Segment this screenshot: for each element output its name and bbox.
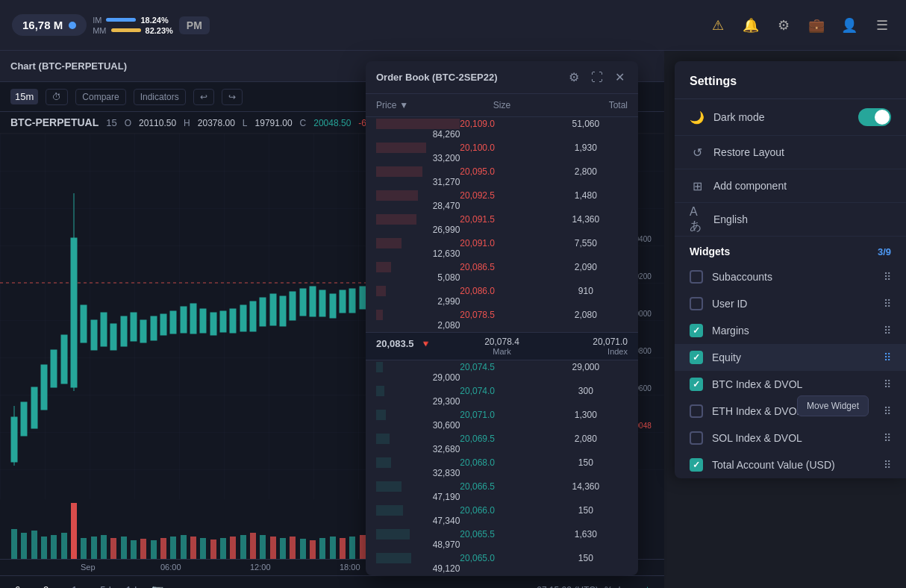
svg-rect-89 xyxy=(131,540,137,559)
svg-rect-7 xyxy=(41,365,47,410)
svg-rect-30 xyxy=(260,298,266,326)
widget-checkbox[interactable] xyxy=(690,378,703,391)
redo-btn[interactable]: ↪ xyxy=(222,89,243,105)
svg-rect-84 xyxy=(81,538,87,559)
ask-row: 20,109.0 51,060 84,260 xyxy=(366,117,638,141)
widget-row-subaccounts[interactable]: Subaccounts ⠿ xyxy=(675,263,906,290)
drag-icon: ⠿ xyxy=(884,432,891,444)
orderbook-panel: Order Book (BTC-2SEP22) ⚙ ⛶ ✕ Price ▼ Si… xyxy=(366,61,638,575)
svg-rect-37 xyxy=(330,294,336,318)
widget-row-total-account-value-(usd)[interactable]: Total Account Value (USD) ⠿ xyxy=(675,451,906,478)
dark-mode-row[interactable]: 🌙 Dark mode xyxy=(675,99,906,136)
restore-layout-row[interactable]: ↺ Restore Layout xyxy=(675,136,906,169)
svg-rect-79 xyxy=(31,531,37,559)
spread-mark-label: Mark xyxy=(460,347,543,356)
settings-icon[interactable]: ⚙ xyxy=(772,13,796,37)
svg-text:12:00: 12:00 xyxy=(250,563,271,572)
drag-icon[interactable]: ⠿ xyxy=(884,351,891,363)
dark-mode-toggle[interactable] xyxy=(858,108,891,126)
widget-checkbox[interactable] xyxy=(690,270,703,284)
widget-checkbox[interactable] xyxy=(690,404,703,418)
timeframe-1d-btn[interactable]: 1d xyxy=(122,582,141,588)
widget-checkbox[interactable] xyxy=(690,351,703,364)
timeframe-5d-btn[interactable]: 5d xyxy=(96,582,115,588)
widget-label: Margins xyxy=(712,325,875,337)
auto-btn[interactable]: auto xyxy=(637,585,654,589)
svg-rect-14 xyxy=(101,313,107,346)
bid-row: 20,065.0 150 49,120 xyxy=(366,551,638,575)
compare-btn[interactable]: Compare xyxy=(75,89,125,105)
ob-close-btn[interactable]: ✕ xyxy=(612,67,628,87)
widget-row-eth-index-&-dvol[interactable]: ETH Index & DVOL ⠿ xyxy=(675,398,906,425)
widget-row-btc-index-&-dvol[interactable]: BTC Index & DVOL ⠿ xyxy=(675,371,906,398)
timeframe-6m-btn[interactable]: 6m xyxy=(10,582,33,588)
svg-rect-100 xyxy=(240,535,246,559)
warning-icon[interactable]: ⚠ xyxy=(706,13,730,37)
interval-btn[interactable]: ⏱ xyxy=(46,89,68,105)
margin-info: IM 18.24% MM 82.23% xyxy=(93,16,173,35)
language-icon: Aあ xyxy=(690,212,705,227)
bid-row: 20,066.5 14,360 47,190 xyxy=(366,480,638,504)
timeframe-1m-btn[interactable]: 1m xyxy=(67,582,90,588)
widget-checkbox[interactable] xyxy=(690,324,703,337)
timeframe-3m-btn[interactable]: 3m xyxy=(39,582,61,588)
widget-row-user-id[interactable]: User ID ⠿ xyxy=(675,290,906,317)
widget-row-sol-index-&-dvol[interactable]: SOL Index & DVOL ⠿ xyxy=(675,425,906,451)
high-val: 20378.00 xyxy=(198,118,235,128)
svg-rect-17 xyxy=(131,313,137,341)
ask-rows: 20,109.0 51,060 84,260 20,100.0 1,930 33… xyxy=(366,117,638,332)
ob-title: Order Book (BTC-2SEP22) xyxy=(376,72,560,83)
widget-list: Subaccounts ⠿ User ID ⠿ Margins ⠿ Equity… xyxy=(675,263,906,478)
margin-bar-mm xyxy=(111,28,141,32)
widget-checkbox[interactable] xyxy=(690,431,703,445)
svg-rect-104 xyxy=(280,538,286,559)
ob-expand-btn[interactable]: ⛶ xyxy=(588,68,606,87)
total-col-header: Total xyxy=(544,97,628,113)
svg-rect-15 xyxy=(110,324,116,350)
svg-rect-28 xyxy=(240,305,246,331)
add-component-row[interactable]: ⊞ Add component xyxy=(675,169,906,203)
language-row[interactable]: Aあ English xyxy=(675,203,906,237)
svg-rect-19 xyxy=(151,316,157,340)
svg-rect-97 xyxy=(210,539,216,559)
svg-rect-32 xyxy=(280,296,286,326)
log-btn[interactable]: log xyxy=(619,585,631,589)
widget-row-equity[interactable]: Equity ⠿ xyxy=(675,344,906,371)
screenshot-btn[interactable]: 📷 xyxy=(147,582,168,588)
open-val: 20110.50 xyxy=(139,118,176,128)
timeframe-15m[interactable]: 15m xyxy=(10,89,38,104)
menu-icon[interactable]: ☰ xyxy=(870,13,894,37)
dark-mode-label: Dark mode xyxy=(713,111,849,123)
svg-rect-35 xyxy=(310,287,316,316)
bid-row: 20,074.5 29,000 29,000 xyxy=(366,360,638,384)
svg-rect-21 xyxy=(170,311,176,334)
svg-rect-106 xyxy=(300,539,306,559)
pct-btn[interactable]: % xyxy=(604,585,613,589)
ticker-name: BTC-PERPETUAL xyxy=(10,116,99,128)
language-label: English xyxy=(713,213,891,225)
widget-checkbox[interactable] xyxy=(690,458,703,472)
svg-rect-13 xyxy=(91,320,97,350)
widget-row-margins[interactable]: Margins ⠿ xyxy=(675,317,906,344)
ask-row: 20,091.0 7,550 12,630 xyxy=(366,237,638,260)
wallet-icon[interactable]: 💼 xyxy=(805,13,828,37)
low-val: 19791.00 xyxy=(255,118,293,128)
bid-row: 20,071.0 1,300 30,600 xyxy=(366,408,638,432)
bell-icon[interactable]: 🔔 xyxy=(739,13,763,37)
indicators-btn[interactable]: Indicators xyxy=(134,89,186,105)
chart-bottom: 6m 3m 1m 5d 1d 📷 07:15:02 (UTC) % log au… xyxy=(0,575,664,588)
widget-label: Total Account Value (USD) xyxy=(712,459,875,471)
user-icon[interactable]: 👤 xyxy=(837,13,861,37)
widget-label: Equity xyxy=(712,351,875,363)
svg-rect-40 xyxy=(360,287,366,309)
undo-btn[interactable]: ↩ xyxy=(193,89,214,105)
svg-rect-39 xyxy=(349,289,355,313)
svg-rect-23 xyxy=(190,304,196,334)
svg-rect-31 xyxy=(270,294,276,325)
bid-row: 20,074.0 300 29,300 xyxy=(366,384,638,408)
ask-row: 20,095.0 2,800 31,270 xyxy=(366,165,638,189)
widget-checkbox[interactable] xyxy=(690,297,703,310)
topbar-left: 16,78 M IM 18.24% MM 82.23% PM xyxy=(12,14,210,36)
svg-rect-87 xyxy=(110,538,116,559)
ob-settings-btn[interactable]: ⚙ xyxy=(566,67,582,87)
